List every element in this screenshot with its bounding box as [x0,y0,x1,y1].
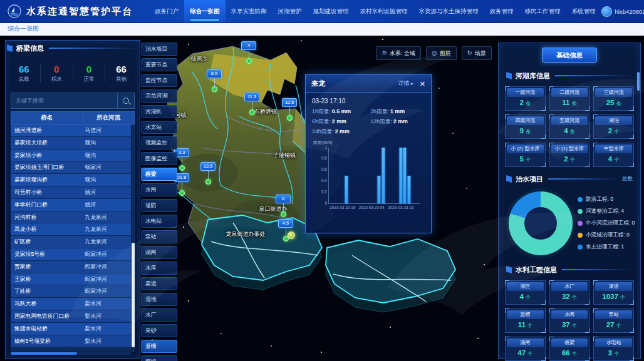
layer-item[interactable]: 湿地 [141,293,177,306]
layer-item[interactable]: 图像监控 [141,152,177,165]
layer-item[interactable]: 水文站 [141,121,177,134]
table-row[interactable]: 河沟村桥九龙泉河 [11,211,131,224]
layer-item[interactable]: 渡槽 [141,340,177,353]
info-card[interactable]: 水电站3 个 [593,337,634,361]
table-vertical-scrollbar[interactable] [132,125,135,352]
station-marker[interactable]: 6.5 [207,69,222,92]
table-horizontal-scrollbar[interactable] [11,352,131,355]
layer-item[interactable]: 视频监控 [141,136,177,150]
nav-item[interactable]: 综合一张图 [184,0,226,23]
breadcrumb[interactable]: 综合一张图 [0,23,644,35]
table-row[interactable]: 王家桥阎家冲河 [11,273,131,286]
info-card[interactable]: 湖泊2 个 [593,114,634,139]
info-card[interactable]: 渠道1037 个 [593,280,634,305]
info-card[interactable]: 涵闸47 个 [505,337,546,361]
table-row[interactable]: 集团水电站桥梨水河 [11,323,131,335]
site-pin-icon[interactable] [288,231,295,239]
scrollbar-thumb[interactable] [637,72,640,91]
cell-bridge-name: 晏家坝小桥 [11,150,80,161]
info-card[interactable]: 小 (2) 型水库5 个 [505,143,546,167]
layer-item[interactable]: 桥梁 [141,168,177,181]
layer-item[interactable]: 水闸 [141,183,177,196]
station-marker[interactable]: 6 [276,195,291,217]
map-control-button[interactable]: ◎图层 [426,46,457,60]
info-card[interactable]: 水闸37 个 [549,308,590,333]
marker-pin-icon [287,115,293,121]
info-card[interactable]: 四级河流9 条 [505,114,546,139]
user-menu[interactable]: hlxb42080201 [601,6,644,17]
layer-item[interactable]: 监控节点 [141,74,177,87]
info-card[interactable]: 五级河流4 条 [549,114,590,139]
station-marker[interactable]: 13.5 [200,162,216,185]
nav-item[interactable]: 系统管理 [566,0,601,23]
table-row[interactable]: 马跃大桥梨水河 [11,298,131,310]
table-row[interactable]: 禹龙小桥九龙泉河 [11,223,131,236]
layer-item[interactable]: 治水项目 [141,43,177,56]
layer-item[interactable]: 堤防 [141,199,177,212]
marker-value-badge: 6 [276,195,291,203]
table-row[interactable]: 国家电网电管所门口桥梨水河 [11,310,131,323]
table-row[interactable]: 司营村小桥姚河 [11,186,131,199]
nav-item[interactable]: 政务管理 [484,0,519,23]
table-row[interactable]: 晏家坝堰沟桥堰沟 [11,174,131,186]
info-card[interactable]: 二级河流11 条 [549,86,590,111]
layer-item[interactable]: 涵闸 [141,246,177,259]
layer-item[interactable]: 重要节点 [141,58,177,71]
info-card[interactable]: 小 (1) 型水库2 个 [549,143,590,167]
nav-item[interactable]: 水旱灾害防御 [226,0,273,23]
layer-item[interactable]: 泵站 [141,230,177,243]
projects-donut-row: 防洪工程: 0河道整治工程: 4中小河流治理工程: 0小流域治理工程: 0水土治… [505,189,634,258]
info-card[interactable]: 泵站27 个 [593,308,634,333]
info-card[interactable]: 渡槽11 个 [505,308,546,333]
nav-item[interactable]: 移民工作管理 [519,0,566,23]
layer-item[interactable]: 渠道 [141,277,177,290]
panel-scrollbar[interactable] [637,67,640,355]
scrollbar-thumb[interactable] [132,243,135,347]
marker-pin-icon [281,211,286,217]
info-card[interactable]: 三级河流25 条 [593,86,634,111]
table-row[interactable]: 晏家坝姚玉湾门口桥钱家河 [11,161,131,174]
search-button[interactable] [117,93,134,108]
nav-item[interactable]: 政务门户 [149,0,184,23]
layer-item[interactable]: 河湖长 [141,105,177,118]
nav-item[interactable]: 规划建设管理 [308,0,355,23]
scrollbar-thumb[interactable] [11,352,77,355]
popup-detail-link[interactable]: 详情 [398,79,413,88]
table-row[interactable]: 贾家桥阎家冲河 [11,261,131,273]
map-control-button[interactable]: ≋水系: 全域 [376,46,420,60]
cell-river-name: 阎家冲河 [80,248,131,260]
layer-item[interactable]: 水库 [141,262,177,275]
info-card[interactable]: 灌区4 个 [505,280,546,305]
layer-item[interactable]: 水厂 [141,308,177,322]
nav-item[interactable]: 农村水利设施管理 [355,0,413,23]
info-card[interactable]: 桥梁66 个 [549,337,590,361]
table-row[interactable]: 矿区桥九龙泉河 [11,236,131,248]
table-row[interactable]: 姚河湾道桥马道河 [11,125,131,137]
info-card[interactable]: 一级河流2 条 [505,86,546,111]
station-marker[interactable]: 10.5 [282,98,297,121]
layer-item[interactable]: 水电站 [141,215,177,228]
search-input[interactable] [11,93,117,108]
nav-item[interactable]: 河湖管护 [273,0,308,23]
nav-item[interactable]: 水资源与水土保持管理 [413,0,484,23]
table-row[interactable]: 李学村门口桥姚河 [11,199,131,211]
table-row[interactable]: 吴家坝5号桥阎家冲河 [11,248,131,261]
layer-item[interactable]: 堰坝 [141,355,177,361]
info-card[interactable]: 水厂32 个 [549,280,590,305]
layer-item[interactable]: 采砂 [141,324,177,337]
close-icon[interactable] [420,78,425,88]
table-row[interactable]: 椒树5号堰梁桥梨水河 [11,335,131,348]
table-row[interactable]: 晏家坝大坝桥堰沟 [11,137,131,150]
layer-item[interactable]: 示范河湖 [141,89,177,103]
card-unit: 个 [613,157,619,163]
table-row[interactable]: 丁姓桥阎家冲河 [11,285,131,298]
card-value: 9 条 [507,125,544,137]
basic-info-button[interactable]: 基础信息 [542,48,597,63]
projects-total-label[interactable]: 总数 [622,175,633,183]
map-canvas[interactable]: 仙居乡马河镇石桥驿镇子陵铺镇泉口街道办龙泉街道办事处46.511.310.53.… [139,35,498,361]
station-marker[interactable]: 11.3 [244,93,259,115]
map-control-button[interactable]: ↻场景 [462,46,492,60]
info-card[interactable]: 中型水库4 个 [593,143,634,167]
station-marker[interactable]: 4 [241,41,256,64]
table-row[interactable]: 晏家坝小桥堰沟 [11,150,131,162]
